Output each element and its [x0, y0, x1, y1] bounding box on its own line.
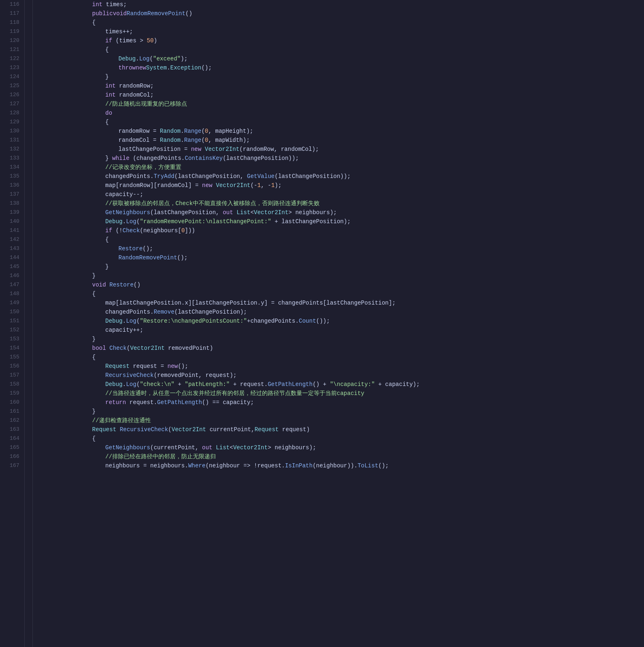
- code-line-133: } while (changedPoints.ContainsKey(lastC…: [39, 154, 644, 163]
- code-line-147: void Restore(): [39, 280, 644, 289]
- code-line-143: Restore();: [39, 244, 644, 253]
- code-line-141: if (!Check(neighbours[0])): [39, 226, 644, 235]
- code-line-125: int randomRow;: [39, 81, 644, 90]
- code-line-131: randomCol = Random.Range(0, mapWidth);: [39, 136, 644, 145]
- code-line-117: public void RandomRemovePoint(): [39, 9, 644, 18]
- code-line-129: {: [39, 118, 644, 127]
- code-line-154: bool Check(Vector2Int removedPoint): [39, 344, 644, 353]
- code-line-161: }: [39, 407, 644, 416]
- code-line-136: map[randomRow][randomCol] = new Vector2I…: [39, 181, 644, 190]
- code-line-123: throw new System.Exception();: [39, 63, 644, 72]
- code-content[interactable]: int times; public void RandomRemovePoint…: [33, 0, 644, 647]
- code-line-132: lastChangePosition = new Vector2Int(rand…: [39, 145, 644, 154]
- code-line-164: {: [39, 434, 644, 443]
- code-line-156: Request request = new();: [39, 362, 644, 371]
- code-line-163: Request RecursiveCheck(Vector2Int curren…: [39, 425, 644, 434]
- code-line-145: }: [39, 262, 644, 271]
- code-editor: 116 117 118 119 120 121 122 123 124 125 …: [0, 0, 644, 647]
- code-line-124: }: [39, 72, 644, 81]
- code-line-116: int times;: [39, 0, 644, 9]
- line-numbers: 116 117 118 119 120 121 122 123 124 125 …: [0, 0, 25, 647]
- code-line-119: times++;: [39, 27, 644, 36]
- code-line-137: capacity--;: [39, 190, 644, 199]
- code-line-159: //当路径连通时，从任意一个点出发并经过所有的邻居，经过的路径节点数量一定等于当…: [39, 389, 644, 398]
- code-line-118: {: [39, 18, 644, 27]
- code-line-166: //排除已经在路径中的邻居，防止无限递归: [39, 452, 644, 461]
- code-line-139: GetNeighbours(lastChangePosition, out Li…: [39, 208, 644, 217]
- code-line-128: do: [39, 109, 644, 118]
- code-line-130: randomRow = Random.Range(0, mapHeight);: [39, 127, 644, 136]
- code-line-120: if (times > 50): [39, 36, 644, 45]
- code-line-167: neighbours = neighbours.Where(neighbour …: [39, 461, 644, 470]
- code-line-160: return request.GetPathLength() == capaci…: [39, 398, 644, 407]
- code-line-138: //获取被移除点的邻居点，Check中不能直接传入被移除点，否则路径连通判断失败: [39, 199, 644, 208]
- code-line-148: {: [39, 289, 644, 298]
- code-line-144: RandomRemovePoint();: [39, 253, 644, 262]
- code-line-134: //记录改变的坐标，方便重置: [39, 163, 644, 172]
- code-line-121: {: [39, 45, 644, 54]
- code-line-165: GetNeighbours(currentPoint, out List<Vec…: [39, 443, 644, 452]
- code-line-142: {: [39, 235, 644, 244]
- code-line-155: {: [39, 353, 644, 362]
- code-line-153: }: [39, 335, 644, 344]
- code-line-140: Debug.Log("randomRemovePoint:\nlastChang…: [39, 217, 644, 226]
- code-line-149: map[lastChangePosition.x][lastChangePosi…: [39, 298, 644, 307]
- code-line-150: changedPoints.Remove(lastChangePosition)…: [39, 307, 644, 317]
- code-line-151: Debug.Log("Restore:\nchangedPointsCount:…: [39, 317, 644, 326]
- code-line-126: int randomCol;: [39, 90, 644, 99]
- code-gutter: [25, 0, 33, 647]
- code-line-122: Debug.Log("exceed");: [39, 54, 644, 63]
- code-line-152: capacity++;: [39, 326, 644, 335]
- code-line-162: //递归检查路径连通性: [39, 416, 644, 425]
- code-line-135: changedPoints.TryAdd(lastChangePosition,…: [39, 172, 644, 181]
- code-line-146: }: [39, 271, 644, 280]
- code-line-158: Debug.Log("check:\n" + "pathLength:" + r…: [39, 380, 644, 389]
- code-line-127: //防止随机出现重复的已移除点: [39, 99, 644, 109]
- code-line-157: RecursiveCheck(removedPoint, request);: [39, 371, 644, 380]
